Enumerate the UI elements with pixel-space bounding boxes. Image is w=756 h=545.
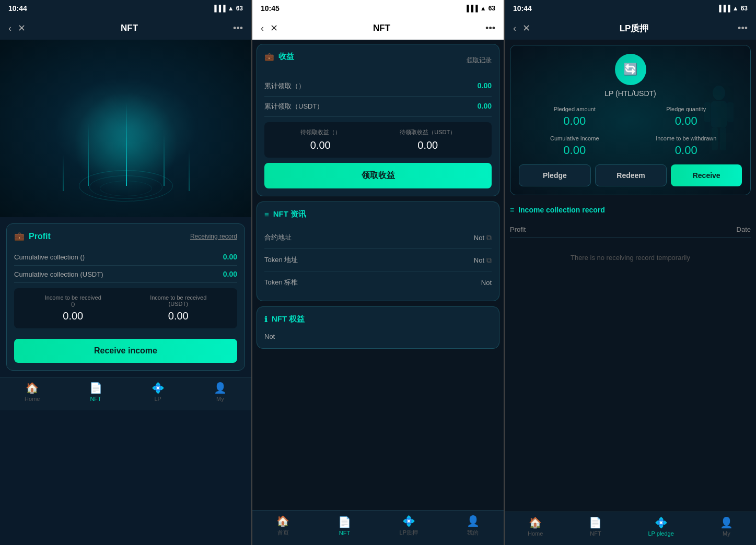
pillar-right	[164, 134, 165, 186]
nav-home-2[interactable]: 🏠 首页	[276, 515, 289, 537]
nav-home-3[interactable]: 🏠 Home	[528, 516, 543, 537]
pledged-amount-value: 0.00	[519, 114, 631, 128]
receiving-record-link[interactable]: Receiving record	[190, 233, 237, 240]
nav-nft-3[interactable]: 📄 NFT	[589, 516, 602, 537]
status-icons-3: ▐▐▐ ▲ 63	[717, 5, 748, 12]
receive-income-button[interactable]: Receive income	[14, 339, 237, 363]
pending-col-2: Income to be received(USDT) 0.00	[150, 294, 206, 322]
p2-pending-col-2: 待领取收益（USDT） 0.00	[400, 128, 456, 151]
income-record-section: ≡ Income collection record Profit Date T…	[510, 206, 751, 277]
collect-record-link[interactable]: 领取记录	[467, 56, 492, 65]
back-icon[interactable]: ‹	[8, 23, 11, 34]
p2-pending-col-1: 待领取收益（） 0.00	[300, 128, 341, 151]
pending-col-1: Income to be received() 0.00	[45, 294, 101, 322]
nav-left-3: ‹ ✕	[513, 22, 530, 34]
nft-icon-2: 📄	[338, 516, 351, 528]
status-bar-3: 10:44 ▐▐▐ ▲ 63	[505, 0, 756, 17]
nav-left-1: ‹ ✕	[8, 22, 26, 34]
nav-lp-2[interactable]: 💠 LP质押	[400, 515, 418, 537]
signal-icon-2: ▐▐▐	[464, 5, 478, 12]
wifi-icon-2: ▲	[480, 5, 486, 12]
back-icon-2[interactable]: ‹	[261, 23, 264, 34]
contract-value-box: Not ⧉	[474, 233, 492, 242]
close-icon[interactable]: ✕	[18, 22, 26, 34]
pillar-left	[88, 123, 89, 186]
nav-home-1[interactable]: 🏠 Home	[25, 382, 40, 402]
nft-icon-3: 📄	[589, 516, 602, 529]
income-row-1: 累计领取（） 0.00	[264, 76, 492, 97]
status-icons-1: ▐▐▐ ▲ 63	[212, 5, 243, 12]
income-card-header: 💼 收益 领取记录	[264, 52, 492, 69]
pledge-qty-label: Pledge quantity	[631, 106, 742, 112]
nav-nft-1[interactable]: 📄 NFT	[89, 382, 102, 402]
redeem-button[interactable]: Redeem	[595, 164, 667, 186]
lp-stats: Pledged amount 0.00 Pledge quantity 0.00	[519, 106, 742, 128]
panel-lp-pledge: 10:44 ▐▐▐ ▲ 63 ‹ ✕ LP质押 ••• 🔄	[505, 0, 756, 545]
more-icon-3[interactable]: •••	[738, 23, 748, 34]
my-icon-2: 👤	[467, 515, 480, 527]
pending-label-1: Income to be received()	[45, 294, 101, 307]
battery-icon-3: 63	[741, 5, 748, 12]
panel-nft-profit: 10:44 ▐▐▐ ▲ 63 ‹ ✕ NFT •••	[0, 0, 251, 545]
nft-rights-value: Not	[264, 333, 275, 340]
time-1: 10:44	[8, 4, 27, 13]
token-addr-value: Not	[474, 256, 484, 264]
lp-icon-2: 💠	[402, 515, 415, 527]
copy-contract-icon[interactable]: ⧉	[486, 233, 492, 242]
pillar-far-right	[189, 149, 190, 191]
nav-lp-1[interactable]: 💠 LP	[152, 382, 165, 402]
withdraw-value: 0.00	[631, 144, 742, 157]
token-addr-label: Token 地址	[264, 255, 298, 265]
copy-token-icon[interactable]: ⧉	[486, 256, 492, 265]
lp-action-buttons: Pledge Redeem Receive	[519, 164, 742, 186]
lp-income-stats: Cumulative income 0.00 Income to be with…	[519, 135, 742, 157]
nav-title-1: NFT	[121, 23, 138, 33]
card-header: 💼 Profit Receiving record	[14, 231, 237, 241]
nav-my-2[interactable]: 👤 我的	[467, 515, 480, 537]
nft-info-card: ≡ NFT 资讯 合约地址 Not ⧉ Token 地址 Not ⧉ Token…	[257, 202, 499, 301]
record-empty-msg: There is no receiving record temporarily	[510, 238, 751, 277]
pledge-button[interactable]: Pledge	[519, 164, 591, 186]
pledged-amount-label: Pledged amount	[519, 106, 631, 112]
nav-lp-3[interactable]: 💠 LP pledge	[648, 516, 674, 537]
battery-icon: 63	[236, 5, 243, 12]
lp-hero-card: 🔄 LP (HTL/USDT) Pledged amount 0.00 Pled…	[510, 45, 751, 195]
record-title: Income collection record	[518, 206, 605, 214]
pending-label-2: Income to be received(USDT)	[150, 294, 206, 307]
cumulative-label: Cumulative collection ()	[14, 253, 85, 261]
nav-nft-2[interactable]: 📄 NFT	[338, 516, 351, 536]
cumulative-value: 0.00	[223, 253, 237, 261]
lp-icon-1: 💠	[152, 382, 165, 394]
pending-value-1: 0.00	[45, 310, 101, 322]
nav-title-3: LP质押	[620, 22, 649, 34]
profit-col-header: Profit	[510, 226, 526, 233]
p2-pending-label-1: 待领取收益（）	[300, 128, 341, 136]
receive-button[interactable]: Receive	[671, 164, 742, 186]
income-section-title: 💼 收益	[264, 52, 294, 62]
battery-icon-2: 63	[489, 5, 495, 12]
wifi-icon: ▲	[228, 5, 234, 12]
status-bar-2: 10:45 ▐▐▐ ▲ 63	[252, 0, 504, 17]
nav-my-3[interactable]: 👤 My	[720, 516, 733, 537]
nav-my-1[interactable]: 👤 My	[214, 382, 227, 402]
more-icon-2[interactable]: •••	[485, 23, 495, 34]
close-icon-2[interactable]: ✕	[270, 22, 278, 34]
pledged-amount-stat: Pledged amount 0.00	[519, 106, 631, 128]
income-value-1: 0.00	[478, 81, 492, 91]
status-bar-1: 10:44 ▐▐▐ ▲ 63	[0, 0, 251, 17]
pledge-qty-stat: Pledge quantity 0.00	[631, 106, 742, 128]
record-table-header: Profit Date	[510, 221, 751, 238]
collect-income-button[interactable]: 领取收益	[264, 163, 492, 188]
contract-value: Not	[474, 234, 484, 242]
back-icon-3[interactable]: ‹	[513, 23, 516, 34]
lp-icon-3: 💠	[655, 516, 668, 529]
income-card: 💼 收益 领取记录 累计领取（） 0.00 累计领取（USDT） 0.00 待领…	[257, 44, 499, 196]
home-icon-3: 🏠	[529, 516, 542, 529]
token-standard-value: Not	[481, 279, 492, 287]
more-icon-1[interactable]: •••	[233, 23, 243, 34]
nft-rights-title: ℹ NFT 权益	[264, 314, 492, 324]
pillar-center	[126, 102, 127, 186]
date-col-header: Date	[737, 226, 751, 233]
close-icon-3[interactable]: ✕	[522, 22, 530, 34]
record-icon: ≡	[510, 206, 514, 214]
